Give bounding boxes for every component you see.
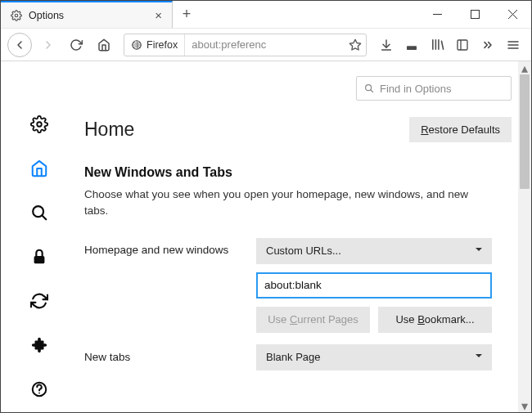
close-tab-icon[interactable]: × [155, 8, 162, 22]
minimize-button[interactable] [418, 1, 456, 28]
page-title: Home [84, 119, 134, 141]
nav-toolbar: Firefox about:preferenc [1, 29, 531, 61]
reload-button[interactable] [65, 34, 88, 56]
gear-icon [11, 10, 22, 21]
homepage-row: Homepage and new windows Custom URLs... … [84, 238, 512, 333]
feed-icon[interactable] [400, 34, 423, 56]
forward-button [37, 34, 60, 56]
maximize-button[interactable] [456, 1, 494, 28]
browser-tab[interactable]: Options × [1, 1, 173, 28]
sidebar-privacy-icon[interactable] [29, 246, 50, 267]
svg-point-0 [15, 14, 18, 17]
back-button[interactable] [7, 33, 32, 57]
use-bookmark-button[interactable]: Use Bookmark... [378, 307, 492, 333]
search-icon [363, 83, 375, 94]
use-current-pages-button: Use Current Pages [256, 307, 370, 333]
url-text[interactable]: about:preferenc [185, 38, 345, 51]
content-area: Find in Options Home Restore Defaults Ne… [1, 61, 531, 412]
sidebar-search-icon[interactable] [29, 202, 50, 223]
find-placeholder: Find in Options [380, 83, 451, 95]
svg-line-26 [371, 90, 373, 92]
find-in-options[interactable]: Find in Options [356, 76, 512, 101]
sidebar-toggle-icon[interactable] [451, 34, 474, 56]
scroll-thumb[interactable] [520, 74, 530, 189]
downloads-icon[interactable] [375, 34, 398, 56]
svg-rect-22 [34, 256, 45, 263]
scroll-down-arrow[interactable]: ▾ [518, 399, 531, 412]
tab-title: Options [29, 10, 148, 21]
svg-rect-9 [407, 46, 417, 50]
vertical-scrollbar[interactable]: ▴ ▾ [518, 61, 531, 412]
library-icon[interactable] [426, 34, 449, 56]
sidebar-home-icon[interactable] [29, 158, 50, 179]
app-menu-icon[interactable] [502, 34, 525, 56]
svg-point-19 [37, 122, 42, 127]
homepage-url-input[interactable] [256, 272, 492, 299]
home-button[interactable] [92, 34, 115, 56]
new-tab-button[interactable]: + [173, 1, 201, 28]
svg-marker-6 [349, 39, 360, 50]
svg-point-24 [38, 393, 40, 394]
window-controls [418, 1, 531, 28]
sidebar-extensions-icon[interactable] [29, 334, 50, 356]
scroll-up-arrow[interactable]: ▴ [518, 61, 531, 74]
main-panel: Find in Options Home Restore Defaults Ne… [78, 61, 531, 412]
newtabs-row: New tabs Blank Page [84, 344, 512, 370]
url-bar[interactable]: Firefox about:preferenc [124, 34, 367, 56]
restore-defaults-button[interactable]: Restore Defaults [409, 117, 512, 142]
svg-line-21 [43, 216, 47, 220]
sidebar-general-icon[interactable] [29, 114, 50, 135]
overflow-icon[interactable] [476, 34, 499, 56]
bookmark-star-icon[interactable] [345, 38, 366, 52]
newtabs-label: New tabs [84, 351, 256, 363]
sidebar-support-icon[interactable] [29, 379, 50, 400]
category-sidebar [1, 61, 78, 412]
homepage-dropdown[interactable]: Custom URLs... [256, 238, 492, 264]
title-bar: Options × + [1, 1, 531, 29]
svg-rect-14 [458, 40, 467, 50]
homepage-label: Homepage and new windows [84, 238, 256, 256]
section-heading: New Windows and Tabs [84, 165, 512, 180]
section-description: Choose what you see when you open your h… [84, 186, 485, 220]
newtabs-dropdown[interactable]: Blank Page [256, 344, 492, 370]
svg-line-13 [441, 41, 443, 49]
close-window-button[interactable] [494, 1, 531, 28]
identity-label: Firefox [147, 39, 178, 51]
site-identity[interactable]: Firefox [124, 34, 185, 56]
svg-rect-2 [471, 11, 479, 19]
sidebar-sync-icon[interactable] [29, 290, 50, 312]
